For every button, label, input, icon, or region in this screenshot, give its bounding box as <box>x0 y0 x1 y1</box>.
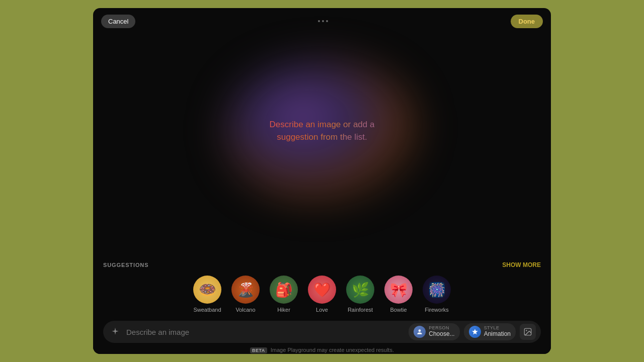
show-more-button[interactable]: SHOW MORE <box>502 261 541 268</box>
bottom-panel: SUGGESTIONS SHOW MORE 🍩 Sweatband 🌋 Volc… <box>93 253 551 354</box>
suggestion-sweatband[interactable]: 🍩 Sweatband <box>193 276 221 313</box>
love-icon: ❤️ <box>308 276 336 304</box>
center-description: Describe an image or add a suggestion fr… <box>270 118 375 144</box>
hiker-icon: 🎒 <box>270 276 298 304</box>
top-bar: Cancel Done <box>93 8 551 34</box>
input-bar: PERSON Choose... STYLE Animation <box>103 321 541 343</box>
cancel-button[interactable]: Cancel <box>101 15 135 28</box>
suggestion-rainforest[interactable]: 🌿 Rainforest <box>346 276 374 313</box>
suggestions-row: 🍩 Sweatband 🌋 Volcano 🎒 Hiker ❤️ Love 🌿 … <box>103 276 541 313</box>
dot-1 <box>318 20 320 22</box>
fireworks-icon: 🎆 <box>423 276 451 304</box>
suggestion-bowtie[interactable]: 🎀 Bowtie <box>384 276 413 313</box>
love-label: Love <box>316 307 328 313</box>
dot-2 <box>322 20 324 22</box>
person-avatar <box>414 326 426 338</box>
dots-indicator <box>318 20 328 22</box>
description-text: Describe an image or add a suggestion fr… <box>270 118 375 144</box>
suggestion-love[interactable]: ❤️ Love <box>308 276 336 313</box>
hiker-label: Hiker <box>277 307 290 313</box>
rainforest-icon: 🌿 <box>346 276 374 304</box>
sparkle-icon <box>108 325 122 339</box>
dot-3 <box>326 20 328 22</box>
volcano-label: Volcano <box>235 307 255 313</box>
suggestion-hiker[interactable]: 🎒 Hiker <box>270 276 298 313</box>
image-button[interactable] <box>520 324 536 340</box>
sweatband-icon: 🍩 <box>193 276 221 304</box>
person-chip[interactable]: PERSON Choose... <box>409 323 459 340</box>
person-chip-value: Choose... <box>429 331 454 337</box>
svg-point-2 <box>526 330 527 331</box>
rainforest-label: Rainforest <box>348 307 373 313</box>
style-chip-text: STYLE Animation <box>484 326 511 337</box>
bowtie-label: Bowtie <box>390 307 407 313</box>
suggestion-fireworks[interactable]: 🎆 Fireworks <box>423 276 451 313</box>
image-playground-window: Cancel Done Describe an image or add a s… <box>93 8 551 354</box>
style-chip-value: Animation <box>484 331 511 337</box>
beta-notice: BETA Image Playground may create unexpec… <box>103 347 541 353</box>
style-chip[interactable]: STYLE Animation <box>464 323 516 340</box>
sweatband-label: Sweatband <box>193 307 221 313</box>
suggestions-header: SUGGESTIONS SHOW MORE <box>103 261 541 268</box>
person-chip-text: PERSON Choose... <box>429 326 454 337</box>
describe-image-input[interactable] <box>126 328 405 336</box>
suggestion-volcano[interactable]: 🌋 Volcano <box>231 276 260 313</box>
style-chip-icon <box>469 326 481 338</box>
volcano-icon: 🌋 <box>231 276 260 304</box>
beta-badge: BETA <box>250 347 267 353</box>
fireworks-label: Fireworks <box>425 307 449 313</box>
suggestions-label: SUGGESTIONS <box>103 262 148 268</box>
svg-point-0 <box>419 329 421 332</box>
done-button[interactable]: Done <box>511 15 543 28</box>
main-area: Describe an image or add a suggestion fr… <box>93 8 551 253</box>
beta-text: Image Playground may create unexpected r… <box>271 347 394 353</box>
bowtie-icon: 🎀 <box>384 276 413 304</box>
